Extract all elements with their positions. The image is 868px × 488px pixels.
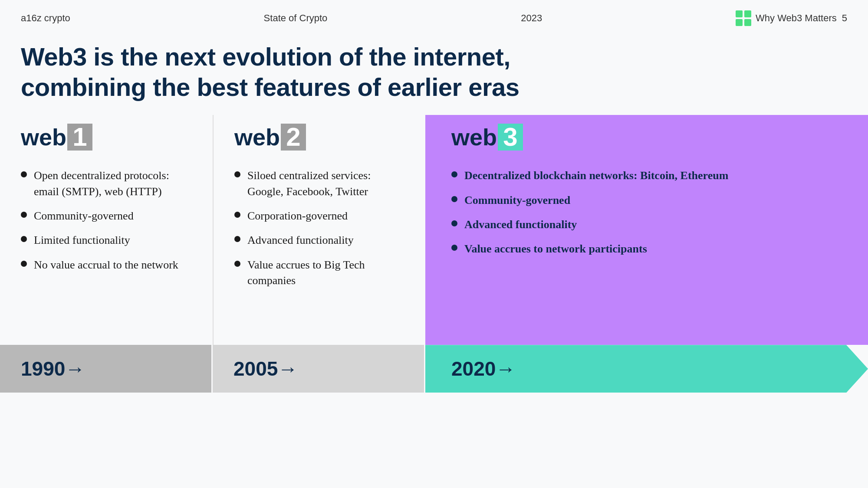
web3-label: web 3 (451, 124, 842, 151)
web3-column: web 3 Decentralized blockchain networks:… (425, 115, 868, 345)
header-year: 2023 (521, 13, 542, 24)
list-item: Siloed centralized services: Google, Fac… (234, 168, 404, 200)
bullet-dot (234, 261, 240, 267)
list-item: Value accrues to network participants (451, 241, 842, 257)
bullet-dot (234, 171, 240, 177)
timeline-1990: 1990→ (0, 345, 213, 393)
web2-label: web 2 (234, 124, 404, 151)
bullet-dot (234, 236, 240, 242)
divider-2 (424, 345, 425, 393)
web1-number-badge: 1 (67, 124, 92, 151)
bullet-dot (21, 261, 27, 267)
web1-text: web (21, 124, 66, 151)
header: a16z crypto State of Crypto 2023 Why Web… (0, 0, 868, 33)
list-item: Corporation-governed (234, 208, 404, 224)
header-right: Why Web3 Matters 5 (736, 10, 847, 26)
slide: a16z crypto State of Crypto 2023 Why Web… (0, 0, 868, 488)
list-item: Decentralized blockchain networks: Bitco… (451, 168, 842, 183)
year-2005: 2005→ (233, 357, 298, 380)
main-title-line2: combining the best features of earlier e… (21, 72, 847, 102)
web1-column: web 1 Open decentralized protocols: emai… (0, 115, 213, 345)
web3-number: 3 (503, 124, 517, 150)
web1-number: 1 (72, 124, 87, 150)
svg-rect-2 (736, 19, 743, 26)
main-title: Web3 is the next evolution of the intern… (0, 33, 868, 115)
main-title-line1: Web3 is the next evolution of the intern… (21, 42, 847, 72)
web2-column: web 2 Siloed centralized services: Googl… (213, 115, 425, 345)
list-item: Open decentralized protocols: email (SMT… (21, 168, 192, 200)
year-2020: 2020→ (451, 357, 516, 380)
a16z-icon (736, 10, 751, 26)
bullet-dot (451, 220, 457, 226)
list-item: Advanced functionality (451, 217, 842, 233)
web3-text: web (451, 124, 497, 151)
logo: a16z crypto (21, 13, 70, 24)
bullet-dot (21, 236, 27, 242)
bullet-dot (234, 212, 240, 218)
timeline-2020: 2020→ (425, 345, 868, 393)
year-1990: 1990→ (21, 357, 85, 380)
header-why: Why Web3 Matters (736, 10, 837, 26)
web2-number-badge: 2 (281, 124, 306, 151)
timeline-2005: 2005→ (213, 345, 425, 393)
list-item: Value accrues to Big Tech companies (234, 257, 404, 289)
bullet-dot (21, 171, 27, 177)
web2-text: web (234, 124, 280, 151)
web3-bullets: Decentralized blockchain networks: Bitco… (451, 168, 842, 257)
bullet-dot (451, 245, 457, 251)
bullet-dot (451, 171, 457, 177)
web3-number-badge: 3 (498, 124, 523, 151)
svg-rect-3 (744, 19, 751, 26)
divider-1 (211, 345, 213, 393)
list-item: Community-governed (451, 193, 842, 208)
svg-rect-1 (744, 10, 751, 17)
web2-number: 2 (286, 124, 300, 150)
columns-area: web 1 Open decentralized protocols: emai… (0, 115, 868, 345)
list-item: Advanced functionality (234, 233, 404, 248)
why-label: Why Web3 Matters (756, 13, 837, 24)
list-item: No value accrual to the network (21, 257, 192, 273)
bullet-dot (451, 196, 457, 202)
header-title: State of Crypto (264, 13, 328, 24)
timeline: 1990→ 2005→ 2020→ (0, 345, 868, 393)
web2-bullets: Siloed centralized services: Google, Fac… (234, 168, 404, 288)
list-item: Community-governed (21, 208, 192, 224)
list-item: Limited functionality (21, 233, 192, 248)
bullet-dot (21, 212, 27, 218)
page-number: 5 (842, 13, 847, 24)
web1-label: web 1 (21, 124, 192, 151)
web1-bullets: Open decentralized protocols: email (SMT… (21, 168, 192, 273)
svg-rect-0 (736, 10, 743, 17)
